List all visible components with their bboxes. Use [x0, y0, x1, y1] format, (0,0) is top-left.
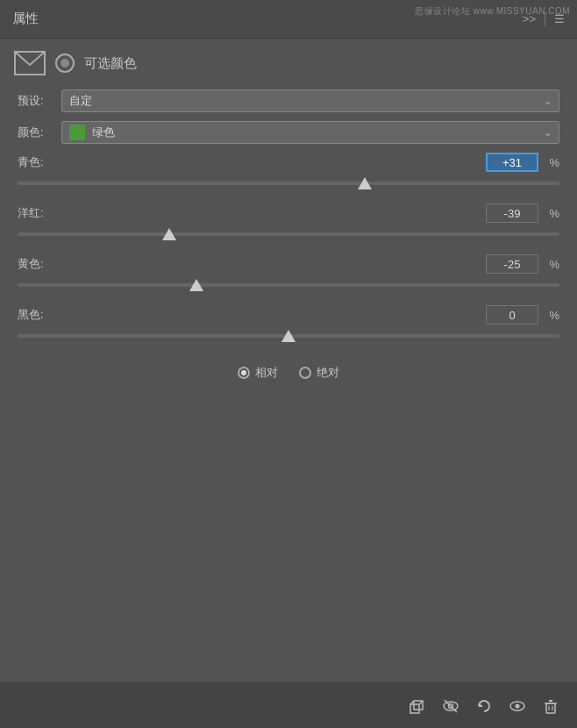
slider-thumb-0[interactable]: [358, 177, 372, 189]
watermark: 思缘设计论坛 www.MISSYUAN.COM: [415, 5, 570, 18]
slider-input-0[interactable]: [486, 153, 538, 172]
preset-row: 预设: 自定 ⌄: [18, 89, 559, 112]
properties-panel: 思缘设计论坛 www.MISSYUAN.COM 属性 >> ☰ 可选颜色 预设:…: [0, 0, 577, 728]
svg-rect-3: [410, 704, 419, 713]
slider-input-2[interactable]: [486, 254, 538, 274]
radio-absolute-label: 绝对: [317, 365, 339, 381]
slider-section-1: 洋红:%: [18, 203, 559, 242]
slider-thumb-1[interactable]: [162, 228, 176, 240]
svg-point-12: [516, 703, 520, 708]
eye-icon[interactable]: [509, 697, 526, 715]
slider-thumb-2[interactable]: [189, 279, 203, 291]
color-swatch: [69, 125, 85, 140]
slider-thumb-3[interactable]: [281, 330, 296, 342]
trash-icon[interactable]: [542, 697, 559, 715]
slider-track-2: [18, 283, 559, 287]
clip-icon[interactable]: [409, 697, 426, 715]
color-label: 颜色:: [18, 125, 61, 140]
visibility-off-icon[interactable]: [442, 697, 459, 715]
slider-track-container-3[interactable]: [18, 328, 559, 344]
slider-track-3: [18, 334, 559, 338]
slider-input-3[interactable]: [486, 305, 538, 325]
slider-label-1: 洋红:: [18, 205, 61, 221]
slider-label-3: 黑色:: [18, 307, 61, 323]
content-area: 预设: 自定 ⌄ 颜色: 绿色 ⌄ 青色:%洋红:%黄色:%黑色:% 相对: [0, 84, 577, 682]
slider-section-3: 黑色:%: [18, 305, 559, 344]
slider-track-0: [18, 182, 559, 185]
slider-label-2: 黄色:: [18, 256, 61, 272]
preset-value: 自定: [69, 93, 544, 109]
slider-row-2: 黄色:%: [18, 254, 559, 274]
layer-label: 可选颜色: [84, 55, 137, 72]
color-row: 颜色: 绿色 ⌄: [18, 121, 559, 144]
svg-point-2: [61, 59, 69, 68]
slider-track-container-2[interactable]: [18, 277, 559, 293]
layer-icon-row: 可选颜色: [0, 39, 577, 84]
slider-label-0: 青色:: [18, 154, 61, 170]
slider-input-1[interactable]: [486, 203, 538, 223]
preset-arrow-icon: ⌄: [544, 96, 552, 107]
sliders-container: 青色:%洋红:%黄色:%黑色:%: [18, 153, 559, 356]
svg-marker-10: [479, 703, 483, 707]
slider-row-1: 洋红:%: [18, 203, 559, 223]
circle-icon: [54, 53, 75, 74]
radio-row: 相对 绝对: [18, 365, 559, 381]
slider-section-0: 青色:%: [18, 153, 559, 191]
color-arrow-icon: ⌄: [544, 127, 552, 139]
slider-track-1: [18, 232, 559, 236]
slider-row-0: 青色:%: [18, 153, 559, 172]
slider-track-container-1[interactable]: [18, 226, 559, 242]
undo-icon[interactable]: [475, 697, 493, 715]
slider-section-2: 黄色:%: [18, 254, 559, 293]
svg-rect-13: [546, 703, 555, 713]
envelope-icon: [14, 51, 46, 75]
bottom-toolbar: [0, 682, 577, 728]
preset-dropdown[interactable]: 自定 ⌄: [61, 89, 559, 112]
radio-relative-label: 相对: [255, 365, 278, 381]
slider-track-container-0[interactable]: [18, 175, 559, 191]
color-value: 绿色: [92, 125, 544, 140]
preset-label: 预设:: [18, 93, 61, 109]
radio-relative-circle: [238, 367, 250, 379]
slider-row-3: 黑色:%: [18, 305, 559, 325]
slider-percent-3: %: [542, 309, 559, 322]
color-dropdown[interactable]: 绿色 ⌄: [61, 121, 559, 144]
radio-absolute-circle: [299, 367, 311, 379]
radio-relative[interactable]: 相对: [238, 365, 278, 381]
radio-absolute[interactable]: 绝对: [299, 365, 339, 381]
slider-percent-0: %: [542, 156, 559, 169]
slider-percent-2: %: [542, 258, 559, 271]
slider-percent-1: %: [542, 207, 559, 220]
